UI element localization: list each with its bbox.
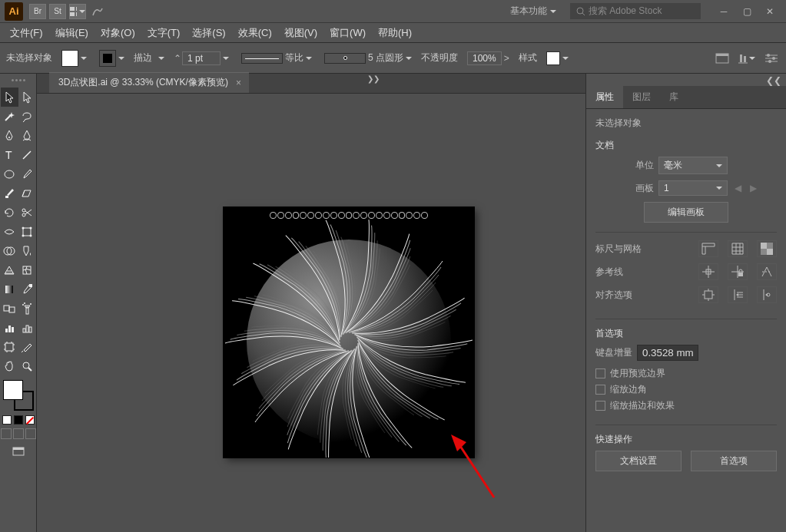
stock-icon[interactable]: St (49, 4, 66, 19)
prefs-icon[interactable] (763, 51, 780, 65)
artboard-prev[interactable]: ◀ (732, 183, 743, 193)
variable-width-profile[interactable]: 等比 (238, 50, 315, 66)
draw-normal[interactable] (1, 428, 12, 439)
units-select[interactable]: 毫米 (658, 157, 728, 174)
scissors-tool[interactable] (18, 203, 36, 222)
type-tool[interactable]: T (1, 145, 18, 164)
guides-lock-icon[interactable] (728, 263, 748, 280)
bridge-icon[interactable]: Br (29, 4, 46, 19)
grid-icon[interactable] (728, 240, 748, 257)
blend-tool[interactable] (1, 299, 18, 318)
color-mode-solid[interactable] (2, 415, 12, 425)
menu-view[interactable]: 视图(V) (279, 24, 323, 42)
artboard-next[interactable]: ▶ (748, 183, 758, 193)
doc-setup-icon[interactable] (714, 51, 731, 65)
paintbrush-tool[interactable] (18, 164, 36, 183)
window-close-button[interactable]: ✕ (758, 3, 781, 20)
artboard-tool[interactable] (1, 337, 18, 356)
shape-builder-tool[interactable] (1, 241, 18, 260)
fill-swatch[interactable] (58, 48, 90, 68)
close-tab-icon[interactable]: × (236, 78, 241, 88)
menu-help[interactable]: 帮助(H) (373, 24, 417, 42)
mesh-tool[interactable] (18, 260, 36, 279)
stroke-weight-field[interactable]: ⌃ 1 pt (171, 50, 232, 67)
workspace-switcher[interactable]: 基本功能 (504, 3, 562, 19)
curvature-tool[interactable] (18, 126, 36, 145)
stroke-swatch[interactable] (96, 48, 128, 68)
fill-color[interactable] (3, 380, 23, 400)
panel-collapse-caret[interactable]: ❯❯ (367, 74, 380, 83)
menu-type[interactable]: 文字(T) (142, 24, 186, 42)
window-maximize-button[interactable]: ▢ (735, 3, 758, 20)
panel-expand-caret[interactable]: ❮❮ (586, 74, 786, 86)
width-tool[interactable] (1, 222, 18, 241)
menu-select[interactable]: 选择(S) (187, 24, 230, 42)
direct-selection-tool[interactable] (18, 88, 36, 107)
column-graph-tool-2[interactable] (18, 318, 36, 337)
document-tab-title: 3D点状图.ai @ 33.33% (CMYK/像素预览) (58, 76, 228, 89)
perspective-grid-tool[interactable] (1, 260, 18, 279)
search-stock-field[interactable]: 搜索 Adobe Stock (570, 3, 701, 19)
window-minimize-button[interactable]: ─ (712, 3, 735, 20)
tab-layers[interactable]: 图层 (623, 86, 660, 108)
gpu-icon[interactable] (89, 4, 106, 19)
menu-file[interactable]: 文件(F) (5, 24, 48, 42)
draw-behind[interactable] (13, 428, 24, 439)
align-icon[interactable] (738, 51, 755, 65)
canvas[interactable]: ❯❯ 3D点状图.ai @ 33.33% (CMYK/像素预览) × (37, 74, 585, 532)
line-tool[interactable] (18, 145, 36, 164)
graphic-style[interactable] (543, 50, 572, 67)
lasso-tool[interactable] (18, 107, 36, 126)
brush-definition[interactable]: 5 点圆形 (321, 50, 415, 66)
document-tab[interactable]: 3D点状图.ai @ 33.33% (CMYK/像素预览) × (49, 72, 249, 93)
stroke-panel-caret[interactable] (158, 57, 164, 60)
guides-toggle-icon[interactable] (698, 263, 718, 280)
symbol-sprayer-tool[interactable] (18, 299, 36, 318)
slice-tool[interactable] (18, 337, 36, 356)
opacity-field[interactable]: 100% > (464, 50, 512, 67)
preferences-button[interactable]: 首选项 (691, 451, 777, 471)
artboard[interactable] (224, 207, 474, 458)
live-paint-tool[interactable] (18, 241, 36, 260)
tab-properties[interactable]: 属性 (586, 86, 623, 108)
draw-inside[interactable] (25, 428, 36, 439)
key-increment-input[interactable] (637, 345, 698, 361)
hand-tool[interactable] (1, 356, 18, 375)
svg-rect-34 (4, 306, 9, 311)
menu-edit[interactable]: 编辑(E) (50, 24, 94, 42)
document-setup-button[interactable]: 文档设置 (595, 451, 682, 471)
eraser-tool[interactable] (18, 183, 36, 203)
transparency-grid-icon[interactable] (757, 240, 777, 257)
magic-wand-tool[interactable] (1, 107, 18, 126)
edit-artboards-button[interactable]: 编辑画板 (644, 202, 728, 223)
chk-scale-corners[interactable] (595, 385, 605, 395)
snap-pixel-icon[interactable] (698, 286, 718, 303)
snap-point-icon[interactable] (728, 286, 748, 303)
menu-window[interactable]: 窗口(W) (324, 24, 371, 42)
snap-grid-icon[interactable] (757, 286, 777, 303)
selection-tool[interactable] (1, 88, 18, 107)
chk-scale-strokes[interactable] (595, 401, 605, 411)
color-mode-none[interactable] (25, 415, 35, 425)
artboard-select[interactable]: 1 (658, 180, 728, 196)
color-mode-gradient[interactable] (14, 415, 23, 425)
eyedropper-tool[interactable] (18, 279, 36, 299)
arrange-docs-icon[interactable] (69, 4, 86, 19)
chk-preview-bounds[interactable] (595, 368, 605, 378)
toolbox-grip[interactable] (7, 79, 30, 84)
rulers-icon[interactable] (698, 240, 718, 257)
tab-libraries[interactable]: 库 (660, 86, 688, 108)
ellipse-tool[interactable] (1, 164, 18, 183)
rotate-tool[interactable] (1, 203, 18, 222)
shaper-tool[interactable] (1, 183, 18, 203)
free-transform-tool[interactable] (18, 222, 36, 241)
smart-guides-icon[interactable] (757, 263, 777, 280)
zoom-tool[interactable] (18, 356, 36, 375)
screen-mode[interactable] (11, 445, 26, 457)
menu-effect[interactable]: 效果(C) (233, 24, 277, 42)
gradient-tool[interactable] (1, 279, 18, 299)
menu-object[interactable]: 对象(O) (95, 24, 141, 42)
pen-tool[interactable] (1, 126, 18, 145)
fill-stroke-swatches[interactable] (3, 380, 34, 411)
column-graph-tool[interactable] (1, 318, 18, 337)
